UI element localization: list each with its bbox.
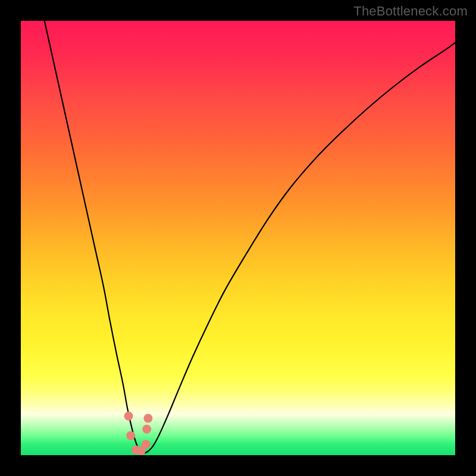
marker-point — [142, 425, 151, 434]
marker-point — [126, 431, 135, 440]
marker-point — [142, 440, 151, 449]
bottleneck-curve — [43, 21, 456, 453]
marker-point — [143, 414, 152, 422]
watermark-text: TheBottleneck.com — [353, 4, 468, 19]
plot-area — [21, 21, 455, 455]
marker-point — [124, 412, 133, 421]
chart-frame: TheBottleneck.com — [0, 0, 476, 476]
highlight-markers — [124, 412, 153, 455]
curve-layer — [21, 21, 455, 455]
